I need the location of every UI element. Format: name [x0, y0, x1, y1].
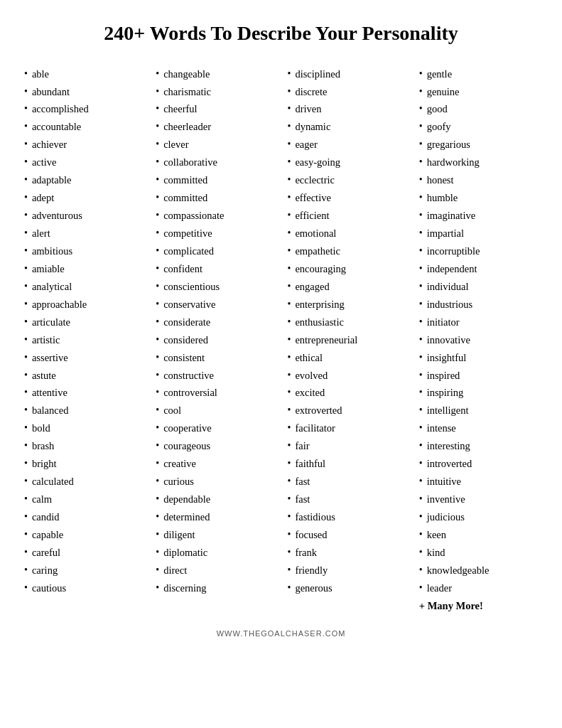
list-item: •artistic — [21, 331, 146, 349]
bullet-icon: • — [419, 367, 423, 384]
bullet-icon: • — [24, 508, 28, 525]
list-item: •fair — [285, 437, 409, 455]
list-item: •fast — [285, 491, 409, 508]
bullet-icon: • — [288, 100, 291, 117]
word-text: easy-going — [295, 154, 340, 171]
word-text: cheerful — [163, 100, 198, 118]
word-text: achiever — [32, 136, 67, 154]
list-item: •cooperative — [153, 419, 277, 437]
list-item: •dependable — [153, 491, 277, 508]
bullet-icon: • — [156, 154, 159, 171]
bullet-icon: • — [419, 473, 423, 490]
list-item: •considerate — [153, 314, 277, 331]
bullet-icon: • — [156, 349, 159, 366]
word-text: changeable — [163, 65, 210, 83]
word-text: candid — [32, 508, 60, 526]
word-text: accountable — [32, 118, 81, 136]
list-item: •cautious — [21, 579, 146, 597]
list-item: •evolved — [285, 367, 409, 385]
list-item: •alert — [21, 225, 146, 242]
word-text: considered — [163, 331, 208, 349]
bullet-icon: • — [288, 455, 291, 472]
bullet-icon: • — [288, 260, 291, 277]
list-item: •assertive — [21, 349, 146, 367]
word-text: bold — [32, 419, 50, 437]
word-text: driven — [295, 100, 321, 118]
word-text: excited — [295, 384, 325, 402]
column-3: •disciplined•discrete•driven•dynamic•eag… — [285, 65, 409, 615]
list-item: •discrete — [285, 83, 409, 101]
bullet-icon: • — [419, 402, 423, 419]
list-item: •constructive — [153, 367, 277, 385]
word-text: insightful — [427, 349, 467, 367]
word-text: extroverted — [295, 402, 342, 419]
word-text: emotional — [295, 225, 336, 242]
bullet-icon: • — [156, 419, 159, 437]
bullet-icon: • — [288, 544, 291, 561]
bullet-icon: • — [24, 242, 28, 259]
word-text: ecclectric — [295, 171, 335, 189]
bullet-icon: • — [156, 225, 159, 242]
bullet-icon: • — [288, 83, 291, 100]
word-text: innovative — [427, 331, 470, 349]
word-text: fastidious — [295, 508, 335, 526]
bullet-icon: • — [24, 367, 28, 384]
list-item: •fast — [285, 473, 409, 491]
list-item: •independent — [416, 260, 541, 278]
word-text: good — [427, 100, 448, 118]
word-text: gentle — [427, 65, 452, 83]
more-words-label: + Many More! — [416, 597, 541, 615]
list-item: •committed — [153, 189, 277, 207]
list-item: •focused — [285, 526, 409, 544]
list-item: •leader — [416, 579, 541, 597]
bullet-icon: • — [156, 242, 159, 259]
list-item: •interesting — [416, 437, 541, 455]
bullet-icon: • — [288, 189, 291, 206]
bullet-icon: • — [24, 579, 28, 596]
list-item: •analytical — [21, 278, 146, 296]
list-item: •genuine — [416, 83, 541, 101]
word-text: creative — [163, 455, 196, 473]
bullet-icon: • — [24, 225, 28, 242]
bullet-icon: • — [24, 189, 28, 206]
list-item: •bright — [21, 455, 146, 473]
list-item: •gregarious — [416, 136, 541, 154]
bullet-icon: • — [24, 100, 28, 117]
word-text: inspired — [427, 367, 460, 385]
list-item: •excited — [285, 384, 409, 402]
list-item: •intuitive — [416, 473, 541, 491]
bullet-icon: • — [156, 260, 159, 277]
word-text: considerate — [163, 314, 210, 331]
list-item: •cheerleader — [153, 118, 277, 136]
list-item: •accountable — [21, 118, 146, 136]
list-item: •initiator — [416, 314, 541, 331]
list-item: •adept — [21, 189, 146, 207]
word-text: approachable — [32, 296, 87, 314]
bullet-icon: • — [24, 154, 28, 171]
word-text: conservative — [163, 296, 215, 314]
list-item: •ethical — [285, 349, 409, 367]
list-item: •inventive — [416, 491, 541, 508]
word-text: intelligent — [427, 402, 469, 419]
list-item: •inspired — [416, 367, 541, 385]
bullet-icon: • — [419, 207, 423, 224]
bullet-icon: • — [156, 508, 159, 525]
word-text: enthusiastic — [295, 314, 343, 331]
list-item: •eager — [285, 136, 409, 154]
list-item: •insightful — [416, 349, 541, 367]
word-text: hardworking — [427, 154, 480, 171]
list-item: •encouraging — [285, 260, 409, 278]
list-item: •clever — [153, 136, 277, 154]
bullet-icon: • — [156, 473, 159, 490]
list-item: •consistent — [153, 349, 277, 367]
list-item: •creative — [153, 455, 277, 473]
bullet-icon: • — [419, 171, 423, 188]
bullet-icon: • — [288, 296, 291, 313]
word-text: artistic — [32, 331, 60, 349]
list-item: •achiever — [21, 136, 146, 154]
word-text: assertive — [32, 349, 68, 367]
list-item: •attentive — [21, 384, 146, 402]
word-text: complicated — [163, 242, 214, 260]
list-item: •individual — [416, 278, 541, 296]
column-1: •able•abundant•accomplished•accountable•… — [21, 65, 146, 615]
